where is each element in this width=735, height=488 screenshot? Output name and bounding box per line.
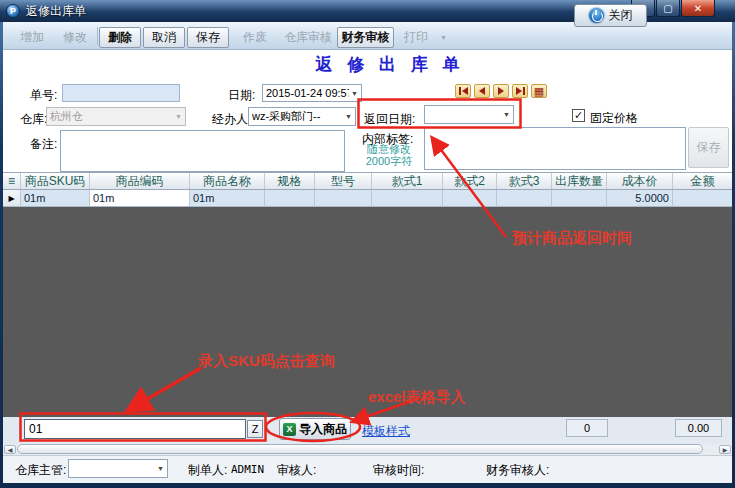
col-amount[interactable]: 金额	[673, 173, 732, 189]
supervisor-label: 仓库主管:	[15, 462, 66, 479]
scroll-left-icon[interactable]: ◀	[4, 445, 16, 454]
menu-icon[interactable]: ≡	[3, 173, 21, 189]
handler-dropdown-icon: ▼	[345, 113, 352, 120]
z-lookup-button[interactable]: Z	[247, 420, 263, 438]
audit-time-label: 审核时间:	[373, 462, 424, 479]
return-date-select[interactable]: ▼	[424, 105, 514, 124]
cell-qty[interactable]	[552, 190, 607, 207]
col-code[interactable]: 商品编码	[90, 173, 190, 189]
next-record-button[interactable]	[493, 84, 509, 98]
excel-icon: X	[283, 423, 296, 436]
cell-name[interactable]: 01m	[190, 190, 265, 207]
first-record-button[interactable]	[455, 84, 471, 98]
col-style1[interactable]: 款式1	[372, 173, 443, 189]
window-title: 返修出库单	[26, 3, 86, 20]
return-date-label: 返回日期:	[364, 111, 415, 128]
template-style-link[interactable]: 模板样式	[362, 423, 410, 440]
handler-select[interactable]: wz-采购部门-- ▼	[248, 107, 356, 126]
finance-audit-button[interactable]: 财务审核	[337, 27, 394, 48]
record-list-button[interactable]: ▦	[531, 84, 547, 98]
internal-tag-hint-2: 2000字符	[356, 155, 422, 167]
void-button[interactable]: 作废	[234, 27, 276, 48]
sku-search-input[interactable]	[24, 419, 246, 439]
print-dropdown-icon[interactable]: ▼	[436, 27, 451, 48]
internal-tag-textarea[interactable]	[424, 127, 686, 170]
first-icon	[459, 87, 461, 95]
cell-style2[interactable]	[443, 190, 497, 207]
close-form-label: 关闭	[609, 7, 633, 24]
col-spec[interactable]: 规格	[265, 173, 315, 189]
prev-record-button[interactable]	[474, 84, 490, 98]
save-button[interactable]: 保存	[187, 27, 229, 48]
qty-total-field: 0	[566, 419, 608, 437]
cell-sku[interactable]: 01m	[21, 190, 90, 207]
arrow-right-icon	[498, 87, 504, 95]
col-qty[interactable]: 出库数量	[552, 173, 607, 189]
warehouse-label: 仓库:	[20, 111, 47, 128]
finance-auditor-label: 财务审核人:	[486, 462, 549, 479]
app-icon: P	[6, 4, 20, 18]
annotation-excel-import: excel表格导入	[368, 388, 466, 407]
warehouse-select[interactable]: 杭州仓 ▼	[46, 107, 186, 126]
arrow-right-icon	[516, 87, 522, 95]
cell-cost[interactable]: 5.0000	[607, 190, 673, 207]
date-picker[interactable]: 2015-01-24 09:57: ▼	[262, 84, 362, 102]
creator-value: ADMIN	[231, 463, 264, 476]
col-style2[interactable]: 款式2	[443, 173, 497, 189]
import-products-button[interactable]: X 导入商品	[279, 418, 351, 440]
handler-value: wz-采购部门--	[252, 109, 343, 124]
date-value: 2015-01-24 09:57:	[266, 87, 349, 99]
col-cost[interactable]: 成本价	[607, 173, 673, 189]
app-window: P 返修出库单 – ▢ ✕ 增加 修改 删除 取消 保存 作废 仓库审核 财务审…	[0, 0, 735, 488]
toolbar-separator	[97, 27, 98, 45]
order-no-field[interactable]	[62, 84, 180, 102]
cancel-button[interactable]: 取消	[143, 27, 185, 48]
scrollbar-thumb[interactable]	[17, 444, 703, 454]
col-model[interactable]: 型号	[315, 173, 372, 189]
grid-header: ≡ 商品SKU码 商品编码 商品名称 规格 型号 款式1 款式2 款式3 出库数…	[3, 172, 732, 190]
col-sku[interactable]: 商品SKU码	[21, 173, 90, 189]
return-date-dropdown-icon: ▼	[503, 111, 510, 118]
auditor-label: 审核人:	[277, 462, 316, 479]
supervisor-dropdown-icon: ▼	[157, 465, 164, 472]
print-button[interactable]: 打印	[397, 27, 435, 48]
arrow-left-icon	[462, 87, 468, 95]
scroll-right-icon[interactable]: ▶	[719, 445, 731, 454]
last-record-button[interactable]	[512, 84, 528, 98]
col-name[interactable]: 商品名称	[190, 173, 265, 189]
warehouse-audit-button[interactable]: 仓库审核	[280, 27, 336, 48]
delete-button[interactable]: 删除	[99, 27, 141, 48]
cell-amount[interactable]	[673, 190, 732, 207]
grid-icon: ▦	[534, 86, 544, 97]
add-button[interactable]: 增加	[11, 27, 53, 48]
import-products-label: 导入商品	[299, 421, 347, 438]
annotation-sku-query: 录入SKU码点击查询	[198, 352, 335, 371]
close-window-button[interactable]: ✕	[681, 0, 715, 17]
creator-label: 制单人:	[188, 462, 227, 479]
maximize-button[interactable]: ▢	[656, 0, 680, 17]
cell-style3[interactable]	[497, 190, 552, 207]
remark-label: 备注:	[30, 136, 57, 153]
supervisor-select[interactable]: ▼	[68, 459, 168, 478]
modify-button[interactable]: 修改	[54, 27, 96, 48]
warehouse-value: 杭州仓	[50, 109, 173, 124]
close-form-button[interactable]: 关闭	[574, 4, 647, 27]
power-icon	[589, 8, 604, 23]
cell-style1[interactable]	[372, 190, 443, 207]
internal-tag-hint-1: 随意修改	[356, 143, 422, 155]
page-title: 返 修 出 库 单	[255, 53, 525, 76]
arrow-left-icon	[479, 87, 485, 95]
cell-code[interactable]: 01m	[90, 190, 190, 207]
amount-total-field: 0.00	[675, 419, 722, 437]
last-icon	[523, 87, 525, 95]
fixed-price-label: 固定价格	[590, 110, 638, 127]
remark-textarea[interactable]	[60, 130, 345, 172]
fixed-price-checkbox[interactable]: ✓	[572, 109, 585, 122]
table-row: ▶ 01m 01m 01m 5.0000	[3, 190, 732, 207]
col-style3[interactable]: 款式3	[497, 173, 552, 189]
warehouse-dropdown-icon: ▼	[175, 113, 182, 120]
cell-spec[interactable]	[265, 190, 315, 207]
cell-model[interactable]	[315, 190, 372, 207]
row-marker-icon[interactable]: ▶	[3, 190, 21, 207]
tag-save-button[interactable]: 保存	[688, 127, 729, 168]
